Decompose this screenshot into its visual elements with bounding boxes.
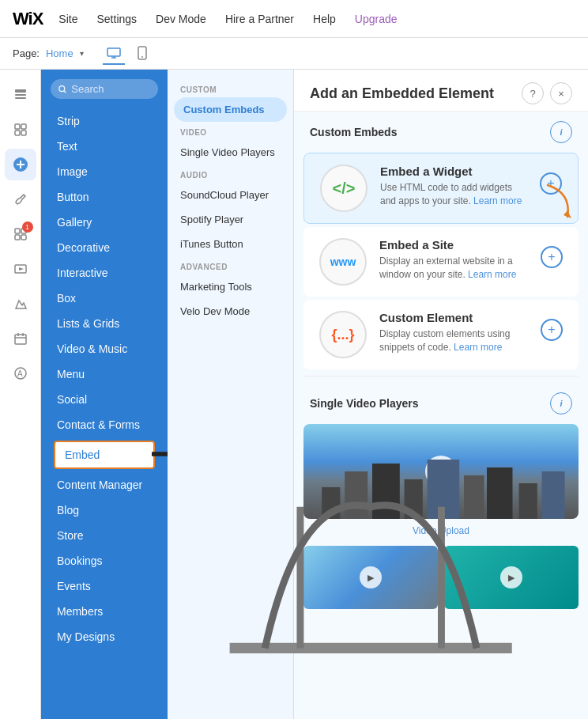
header-icons: ? ×	[522, 82, 572, 104]
calendar-sidebar-btn[interactable]	[5, 323, 36, 354]
nav-upgrade[interactable]: Upgrade	[355, 13, 398, 25]
vector-sidebar-btn[interactable]	[5, 288, 36, 320]
middle-item-velo[interactable]: Velo Dev Mode	[168, 299, 293, 324]
nav-site[interactable]: Site	[58, 13, 77, 25]
svg-rect-11	[21, 131, 26, 135]
embed-widget-name: Embed a Widget	[380, 165, 527, 178]
add-sidebar-btn[interactable]	[5, 149, 36, 180]
left-item-image[interactable]: Image	[41, 159, 168, 184]
device-toggle	[103, 43, 153, 65]
left-item-embed[interactable]: Embed	[54, 441, 155, 469]
nav-help[interactable]: Help	[313, 13, 336, 25]
brush-sidebar-btn[interactable]	[5, 184, 36, 215]
left-item-strip[interactable]: Strip	[41, 108, 168, 134]
embed-site-card[interactable]: www Embed a Site Display an external web…	[303, 227, 579, 297]
svg-text:A: A	[17, 369, 23, 378]
middle-section-custom-label: CUSTOM	[168, 79, 293, 97]
left-item-video[interactable]: Video & Music	[41, 336, 168, 361]
search-input[interactable]	[71, 83, 150, 95]
svg-rect-17	[15, 235, 20, 240]
svg-rect-5	[15, 89, 26, 93]
left-item-blog[interactable]: Blog	[41, 498, 168, 523]
bridge-svg	[294, 326, 547, 719]
middle-item-soundcloud[interactable]: SoundCloud Player	[168, 183, 293, 207]
embed-widget-card[interactable]: </> Embed a Widget Use HTML code to add …	[303, 153, 579, 224]
left-item-events[interactable]: Events	[41, 573, 168, 599]
search-box[interactable]	[51, 79, 158, 99]
embed-header: Add an Embedded Element ? ×	[294, 70, 588, 112]
left-item-embed-wrap: Embed	[41, 437, 168, 472]
left-item-interactive[interactable]: Interactive	[41, 260, 168, 286]
embed-site-add-btn[interactable]: +	[541, 246, 563, 268]
icon-sidebar: 1 A	[0, 70, 41, 719]
middle-item-itunes[interactable]: iTunes Button	[168, 232, 293, 256]
left-item-box[interactable]: Box	[41, 286, 168, 311]
embed-widget-icon-wrap: </>	[320, 165, 368, 212]
middle-section-video-label: VIDEO	[168, 122, 293, 140]
left-item-contact[interactable]: Contact & Forms	[41, 412, 168, 437]
svg-rect-10	[15, 131, 20, 135]
left-item-bookings[interactable]: Bookings	[41, 548, 168, 573]
embed-site-icon-wrap: www	[319, 238, 367, 286]
nav-devmode[interactable]: Dev Mode	[156, 13, 206, 25]
left-item-gallery[interactable]: Gallery	[41, 210, 168, 235]
page-name[interactable]: Home	[46, 47, 74, 59]
elements-badge: 1	[22, 221, 33, 233]
nav-hire[interactable]: Hire a Partner	[225, 13, 294, 25]
right-panel: Add an Embedded Element ? × Custom Embed…	[294, 70, 588, 719]
apps-sidebar-btn[interactable]: A	[5, 358, 36, 389]
left-item-decorative[interactable]: Decorative	[41, 235, 168, 260]
wix-logo: WiX	[13, 9, 43, 29]
svg-rect-21	[15, 335, 26, 344]
page-label: Page:	[13, 47, 40, 59]
page-dropdown-icon[interactable]: ▾	[80, 49, 84, 58]
custom-embeds-title: Custom Embeds	[310, 126, 397, 138]
media-sidebar-btn[interactable]	[5, 253, 36, 285]
svg-rect-15	[15, 229, 20, 233]
top-navigation: WiX Site Settings Dev Mode Hire a Partne…	[0, 0, 588, 38]
embed-widget-icon: </>	[333, 180, 356, 198]
middle-item-spotify[interactable]: Spotify Player	[168, 207, 293, 232]
left-item-text[interactable]: Text	[41, 134, 168, 159]
pages-sidebar-btn[interactable]	[5, 79, 36, 111]
orange-arrow-annotation	[540, 177, 579, 225]
mobile-icon[interactable]	[131, 43, 153, 65]
middle-item-custom-embeds[interactable]: Custom Embeds	[174, 97, 287, 122]
middle-item-marketing[interactable]: Marketing Tools	[168, 274, 293, 299]
left-item-mydesigns[interactable]: My Designs	[41, 624, 168, 649]
left-item-members[interactable]: Members	[41, 599, 168, 624]
layout-sidebar-btn[interactable]	[5, 114, 36, 146]
elements-sidebar-btn[interactable]: 1	[5, 218, 36, 250]
left-item-menu[interactable]: Menu	[41, 361, 168, 387]
left-item-social[interactable]: Social	[41, 387, 168, 412]
embed-site-name: Embed a Site	[379, 238, 528, 252]
embed-widget-text: Embed a Widget Use HTML code to add widg…	[380, 165, 527, 208]
svg-rect-8	[15, 124, 20, 129]
embed-custom-name: Custom Element	[379, 311, 528, 324]
left-item-content[interactable]: Content Manager	[41, 472, 168, 498]
middle-item-single-video[interactable]: Single Video Players	[168, 140, 293, 165]
left-item-store[interactable]: Store	[41, 523, 168, 548]
main-area: 1 A Strip Text Image Button Gallery Deco…	[0, 70, 588, 719]
single-video-info-icon[interactable]: i	[550, 392, 572, 414]
middle-section-advanced-label: ADVANCED	[168, 256, 293, 274]
nav-items: Site Settings Dev Mode Hire a Partner He…	[58, 13, 575, 25]
close-icon[interactable]: ×	[550, 82, 572, 104]
left-item-button[interactable]: Button	[41, 184, 168, 210]
svg-marker-20	[19, 267, 24, 271]
embed-site-icon: www	[330, 255, 356, 268]
desktop-icon[interactable]	[103, 43, 125, 65]
embed-title: Add an Embedded Element	[310, 85, 494, 102]
custom-embeds-section-header: Custom Embeds i	[294, 112, 588, 149]
svg-rect-6	[15, 94, 26, 96]
help-icon[interactable]: ?	[522, 82, 544, 104]
left-item-lists[interactable]: Lists & Grids	[41, 311, 168, 336]
custom-embeds-info-icon[interactable]: i	[550, 121, 572, 143]
nav-settings[interactable]: Settings	[96, 13, 137, 25]
middle-section-audio-label: AUDIO	[168, 165, 293, 183]
embed-widget-learn-more[interactable]: Learn more	[473, 195, 522, 206]
embed-site-learn-more[interactable]: Learn more	[468, 269, 516, 280]
svg-rect-18	[21, 235, 26, 240]
small-thumb-bridge[interactable]: ▶	[303, 546, 438, 609]
left-panel: Strip Text Image Button Gallery Decorati…	[41, 70, 168, 719]
